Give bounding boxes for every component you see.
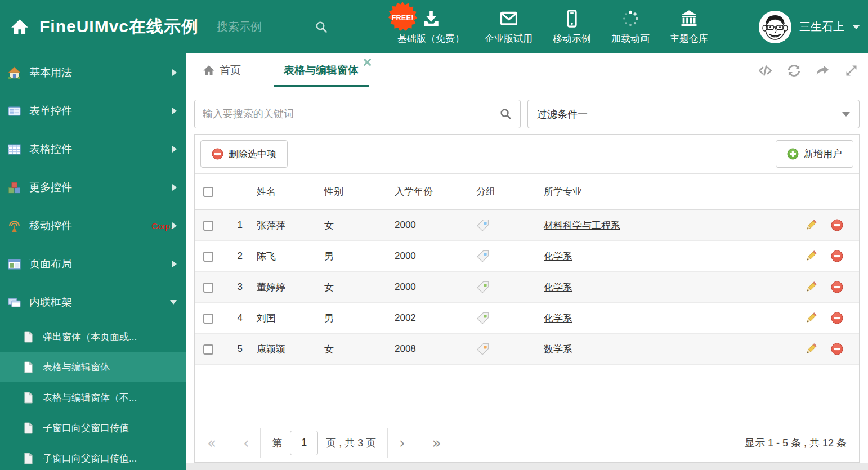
refresh-icon[interactable]: [786, 63, 802, 78]
col-header-year[interactable]: 入学年份: [386, 185, 468, 198]
sidebar-item-inline-frame[interactable]: 内联框架: [0, 283, 186, 321]
sidebar-item-more-controls[interactable]: 更多控件: [0, 168, 186, 207]
delete-icon[interactable]: [831, 281, 843, 293]
first-page-button[interactable]: «: [207, 436, 216, 450]
delete-icon[interactable]: [831, 343, 843, 355]
submenu-item-grid-edit-window[interactable]: 表格与编辑窗体: [0, 352, 186, 382]
submenu-item-child-to-parent[interactable]: 子窗口向父窗口传值: [0, 413, 186, 443]
collapse-arrow-icon: [170, 300, 177, 305]
horizontal-scrollbar[interactable]: [186, 463, 868, 470]
page-icon: [23, 422, 34, 434]
edit-icon[interactable]: [805, 343, 817, 355]
table-row: 5 康颖颖 女 2008 数学系: [195, 334, 859, 365]
expand-arrow-icon: [172, 184, 177, 191]
nav-mobile-demo[interactable]: 移动示例: [553, 9, 591, 45]
envelope-icon: [499, 9, 518, 28]
free-badge: FREE!: [386, 1, 419, 34]
gender-cell: 男: [316, 250, 386, 263]
sidebar-item-mobile-controls[interactable]: 移动控件 Corp.: [0, 207, 186, 245]
table-row: 1 张萍萍 女 2000 材料科学与工程系: [195, 210, 859, 241]
major-link[interactable]: 数学系: [544, 344, 572, 355]
house-icon: [8, 66, 21, 79]
header-search-input[interactable]: [217, 20, 301, 33]
share-icon[interactable]: [815, 63, 830, 78]
table-row: 3 董婷婷 女 2000 化学系: [195, 272, 859, 303]
edit-icon[interactable]: [805, 219, 817, 231]
tab-home[interactable]: 首页: [203, 63, 241, 78]
submenu-item-popup-window[interactable]: 弹出窗体（本页面或...: [0, 321, 186, 352]
col-header-group[interactable]: 分组: [468, 185, 535, 198]
delete-icon[interactable]: [831, 219, 843, 231]
gender-cell: 女: [316, 281, 386, 294]
major-link[interactable]: 化学系: [544, 251, 572, 262]
row-checkbox[interactable]: [203, 344, 213, 355]
filter-select[interactable]: 过滤条件一: [527, 100, 860, 128]
row-checkbox[interactable]: [203, 283, 213, 293]
edit-icon[interactable]: [805, 281, 817, 293]
gender-cell: 男: [316, 312, 386, 325]
col-header-gender[interactable]: 性别: [316, 185, 386, 198]
row-checkbox[interactable]: [203, 314, 213, 324]
tab-bar: 首页 表格与编辑窗体: [186, 53, 868, 87]
nav-enterprise-trial[interactable]: 企业版试用: [485, 9, 533, 45]
page-number-input[interactable]: [290, 431, 318, 455]
nav-loading-animation[interactable]: 加载动画: [611, 9, 650, 45]
keyword-search-input[interactable]: [203, 108, 499, 120]
sidebar-item-grid-controls[interactable]: 表格控件: [0, 130, 186, 168]
major-link[interactable]: 化学系: [544, 282, 572, 293]
year-cell: 2008: [386, 343, 468, 355]
search-icon[interactable]: [315, 20, 328, 34]
grid-panel: 删除选中项 新增用户 姓名 性别 入学年份 分组 所学专业: [194, 134, 860, 463]
user-menu-caret-icon[interactable]: [852, 25, 860, 29]
tag-icon: [476, 343, 489, 356]
sidebar-item-form-controls[interactable]: 表单控件: [0, 92, 186, 130]
layout-icon: [8, 258, 21, 271]
user-avatar[interactable]: [759, 11, 791, 43]
gender-cell: 女: [316, 343, 386, 356]
sidebar-item-page-layout[interactable]: 页面布局: [0, 245, 186, 283]
last-page-button[interactable]: »: [432, 436, 441, 450]
bank-icon: [679, 9, 699, 28]
search-icon[interactable]: [499, 108, 512, 120]
username[interactable]: 三生石上: [799, 19, 844, 34]
edit-icon[interactable]: [805, 312, 817, 324]
record-summary: 显示 1 - 5 条 , 共 12 条: [745, 436, 847, 450]
home-icon: [203, 64, 215, 77]
year-cell: 2002: [386, 312, 468, 324]
major-link[interactable]: 化学系: [544, 313, 572, 324]
page-icon: [23, 392, 34, 404]
next-page-button[interactable]: ›: [399, 436, 405, 450]
nav-theme-store[interactable]: 主题仓库: [670, 9, 708, 45]
expand-icon[interactable]: [844, 63, 859, 78]
filter-row: 过滤条件一: [194, 100, 860, 128]
sidebar-item-basic-usage[interactable]: 基本用法: [0, 53, 186, 92]
prev-page-button[interactable]: ‹: [243, 436, 249, 450]
name-cell: 刘国: [248, 312, 316, 325]
row-checkbox[interactable]: [203, 221, 213, 231]
frames-icon: [8, 296, 21, 309]
add-user-button[interactable]: 新增用户: [776, 140, 853, 168]
row-checkbox[interactable]: [203, 252, 213, 262]
col-header-major[interactable]: 所学专业: [535, 185, 789, 198]
col-header-name[interactable]: 姓名: [248, 185, 316, 198]
table-icon: [8, 143, 21, 156]
submenu-item-grid-edit-window-2[interactable]: 表格与编辑窗体（不...: [0, 382, 186, 413]
close-icon[interactable]: [364, 59, 371, 66]
delete-icon[interactable]: [831, 250, 843, 262]
major-link[interactable]: 材料科学与工程系: [544, 220, 620, 231]
page-icon: [23, 453, 34, 464]
source-code-icon[interactable]: [758, 63, 773, 78]
home-icon[interactable]: [10, 17, 29, 37]
corp-badge: Corp.: [151, 221, 172, 231]
app-header: FineUIMvc在线示例 FREE! 基础版（免费） 企业版试用: [0, 0, 868, 53]
name-cell: 董婷婷: [248, 281, 316, 294]
chevron-down-icon: [842, 112, 850, 117]
edit-icon[interactable]: [805, 250, 817, 262]
delete-selected-button[interactable]: 删除选中项: [200, 140, 288, 168]
tag-icon: [476, 281, 489, 294]
delete-icon[interactable]: [831, 312, 843, 324]
year-cell: 2000: [386, 281, 468, 293]
select-all-checkbox[interactable]: [203, 187, 213, 197]
submenu-item-child-to-parent-2[interactable]: 子窗口向父窗口传值...: [0, 443, 186, 470]
tab-grid-edit-window[interactable]: 表格与编辑窗体: [274, 53, 369, 87]
